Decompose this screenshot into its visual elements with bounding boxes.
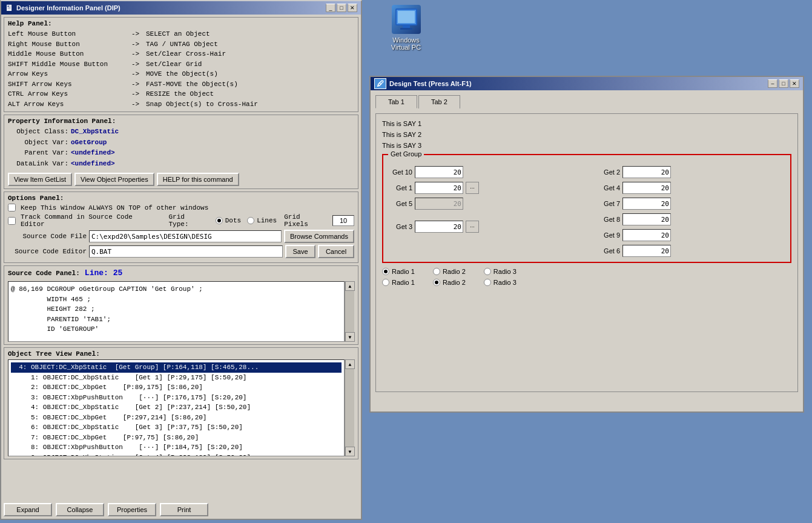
- get-input-5[interactable]: [415, 198, 463, 210]
- tab-2[interactable]: Tab 2: [418, 95, 460, 108]
- collapse-button[interactable]: Collapse: [56, 503, 104, 516]
- source-file-input[interactable]: [89, 230, 282, 242]
- source-line-2: WIDTH 465 ;: [11, 295, 342, 305]
- cancel-button[interactable]: Cancel: [318, 245, 354, 258]
- radio-1-2[interactable]: Radio 2: [433, 268, 466, 275]
- source-scroll-down[interactable]: ▼: [345, 332, 355, 342]
- get-input-1[interactable]: [415, 182, 463, 194]
- tree-scroll-up[interactable]: ▲: [345, 359, 355, 369]
- source-editor-label: Source Code Editor: [8, 248, 87, 255]
- tab-row: Tab 1 Tab 2: [375, 95, 798, 108]
- get-row-2: Get 2: [596, 166, 785, 178]
- dip-content: Help Panel: Left Mouse Button -> SELECT …: [1, 15, 361, 501]
- source-code-area: @ 86,169 DCGROUP oGetGroup CAPTION 'Get …: [8, 281, 354, 342]
- tree-panel-content[interactable]: 4: OBJECT:DC_XbpStatic [Get Group] [P:16…: [8, 359, 345, 456]
- source-code-text[interactable]: @ 86,169 DCGROUP oGetGroup CAPTION 'Get …: [8, 281, 345, 342]
- tree-item-0[interactable]: 4: OBJECT:DC_XbpStatic [Get Group] [P:16…: [11, 362, 342, 373]
- design-window-controls[interactable]: – □ ✕: [768, 79, 799, 88]
- radio-circle-2-1[interactable]: [382, 279, 389, 286]
- prop-value-class: DC_XbpStatic: [71, 127, 119, 138]
- get-label-10: Get 10: [388, 168, 412, 176]
- prop-label-var: Object Var:: [8, 138, 68, 148]
- design-minimize-button[interactable]: –: [768, 79, 777, 88]
- browse-commands-button[interactable]: Browse Commands: [284, 230, 354, 243]
- help-panel-label: Help Panel:: [8, 20, 354, 27]
- track-command-checkbox[interactable]: [8, 217, 16, 225]
- tree-scroll-track[interactable]: [345, 369, 354, 447]
- always-on-top-checkbox[interactable]: [8, 204, 16, 212]
- get-row-3: Get 3 ···: [388, 221, 578, 233]
- tree-item-6[interactable]: 6: OBJECT:DC_XbpStatic [Get 3] [P:37,75]…: [11, 422, 342, 433]
- help-row-6: SHIFT Arrow Keys -> FAST-MOVE the Object…: [8, 79, 354, 90]
- grid-pixels-input[interactable]: [332, 215, 354, 226]
- windows-virtual-pc-icon[interactable]: WindowsVirtual PC: [375, 5, 437, 51]
- dip-close-button[interactable]: ✕: [348, 4, 357, 12]
- radio-2-1[interactable]: Radio 1: [382, 279, 415, 286]
- tree-item-2[interactable]: 2: OBJECT:DC_XbpGet [P:89,175] [S:86,20]: [11, 382, 342, 393]
- view-object-properties-button[interactable]: View Object Properties: [74, 173, 154, 186]
- radio-circle-1-3[interactable]: [484, 268, 491, 275]
- dip-minimize-button[interactable]: _: [326, 4, 335, 12]
- print-button[interactable]: Print: [160, 503, 208, 516]
- tree-item-9[interactable]: 9: OBJECT:DC_XbpStatic [Get 4] [P:238,18…: [11, 453, 342, 457]
- radio-circle-1-2[interactable]: [433, 268, 440, 275]
- get-input-4[interactable]: [622, 182, 671, 194]
- get-input-3[interactable]: [415, 221, 463, 233]
- get-spacer: [388, 213, 578, 217]
- radio-2-2[interactable]: Radio 2: [433, 279, 466, 286]
- view-item-getlist-button[interactable]: View Item GetList: [8, 173, 72, 186]
- get-browse-1[interactable]: ···: [466, 182, 479, 194]
- radio-1-1[interactable]: Radio 1: [382, 268, 415, 275]
- radio-circle-2-3[interactable]: [484, 279, 491, 286]
- source-scroll-up[interactable]: ▲: [345, 281, 355, 291]
- design-close-button[interactable]: ✕: [790, 79, 799, 88]
- tree-item-7[interactable]: 7: OBJECT:DC_XbpGet [P:97,75] [S:86,20]: [11, 433, 342, 443]
- dip-title: 🖥 Designer Information Panel (DIP): [5, 3, 120, 13]
- get-label-6: Get 6: [596, 247, 620, 255]
- get-browse-3[interactable]: ···: [466, 221, 479, 233]
- properties-button[interactable]: Properties: [108, 503, 156, 516]
- design-title: 🖊 Design Test (Press Alt-F1): [374, 78, 472, 89]
- source-scrollbar[interactable]: ▲ ▼: [345, 281, 354, 342]
- get-input-10[interactable]: [415, 166, 463, 178]
- help-key-8: ALT Arrow Keys: [8, 99, 129, 110]
- dip-maximize-button[interactable]: □: [337, 4, 346, 12]
- expand-button[interactable]: Expand: [4, 503, 52, 516]
- tree-item-1[interactable]: 1: OBJECT:DC_XbpStatic [Get 1] [P:29,175…: [11, 373, 342, 383]
- source-editor-input[interactable]: [89, 245, 283, 258]
- options-panel: Options Panel: Keep This Window ALWAYS O…: [4, 192, 358, 263]
- tree-item-8[interactable]: 8: OBJECT:XbpPushButton [···] [P:184,75]…: [11, 442, 342, 453]
- grid-type-label: Grid Type:: [168, 213, 208, 228]
- get-input-6[interactable]: [622, 245, 671, 257]
- save-button[interactable]: Save: [285, 245, 315, 258]
- get-row-9: Get 9: [596, 229, 785, 241]
- get-input-8[interactable]: [622, 213, 671, 225]
- design-maximize-button[interactable]: □: [779, 79, 788, 88]
- get-input-7[interactable]: [622, 198, 671, 210]
- prop-label-class: Object Class:: [8, 127, 68, 138]
- tree-item-5[interactable]: 5: OBJECT:DC_XbpGet [P:297,214] [S:86,20…: [11, 413, 342, 423]
- tree-item-4[interactable]: 4: OBJECT:DC_XbpStatic [Get 2] [P:237,21…: [11, 402, 342, 413]
- prop-value-parent: <undefined>: [71, 148, 115, 159]
- get-input-2[interactable]: [622, 166, 671, 178]
- help-key-2: Right Mouse Button: [8, 39, 129, 50]
- radio-circle-1-1[interactable]: [382, 268, 389, 275]
- prop-value-var: oGetGroup: [71, 138, 107, 148]
- radio-circle-2-2[interactable]: [433, 279, 440, 286]
- get-input-9[interactable]: [622, 229, 671, 241]
- help-for-command-button[interactable]: HELP for this command: [157, 173, 239, 186]
- radio-lines[interactable]: [247, 217, 254, 224]
- tree-scrollbar[interactable]: ▲ ▼: [345, 359, 354, 456]
- dip-window-controls[interactable]: _ □ ✕: [326, 4, 357, 12]
- tab-1[interactable]: Tab 1: [375, 95, 417, 108]
- tree-scroll-down[interactable]: ▼: [345, 447, 355, 456]
- get-group-grid: Get 10 Get 1 ··· Get 5: [388, 166, 785, 257]
- source-scroll-track[interactable]: [345, 291, 354, 332]
- tree-item-3[interactable]: 3: OBJECT:XbpPushButton [···] [P:176,175…: [11, 393, 342, 403]
- grid-pixels-label: Grid Pixels: [284, 213, 328, 228]
- radio-2-3[interactable]: Radio 3: [484, 279, 517, 286]
- radio-dots[interactable]: [216, 217, 223, 224]
- get-row-4: Get 4: [596, 182, 785, 194]
- radio-1-3[interactable]: Radio 3: [484, 268, 517, 275]
- get-group-legend: Get Group: [388, 150, 424, 158]
